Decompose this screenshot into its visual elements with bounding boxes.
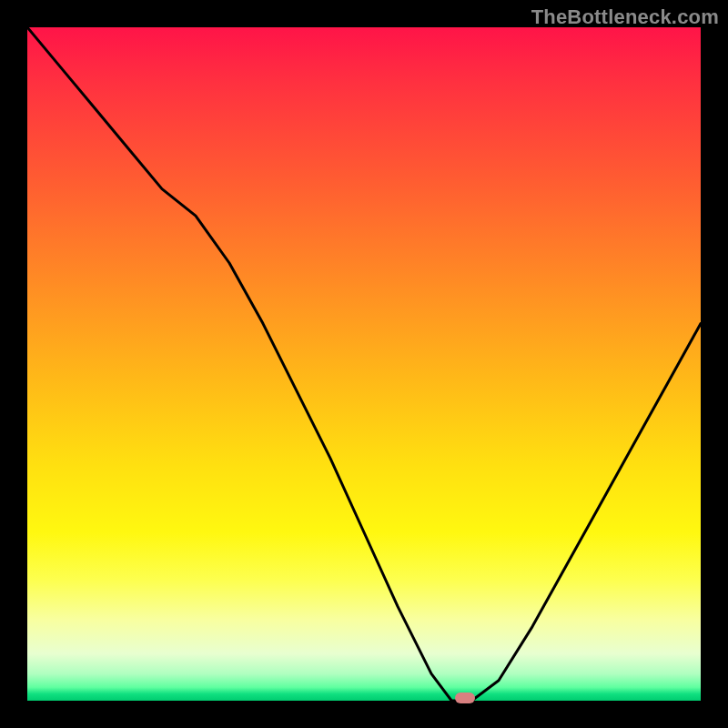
plot-area xyxy=(27,27,701,701)
curve-svg xyxy=(27,27,701,701)
watermark-label: TheBottleneck.com xyxy=(531,5,719,29)
bottleneck-curve xyxy=(27,27,701,701)
chart-container: TheBottleneck.com xyxy=(0,0,728,728)
optimal-marker xyxy=(455,693,475,703)
